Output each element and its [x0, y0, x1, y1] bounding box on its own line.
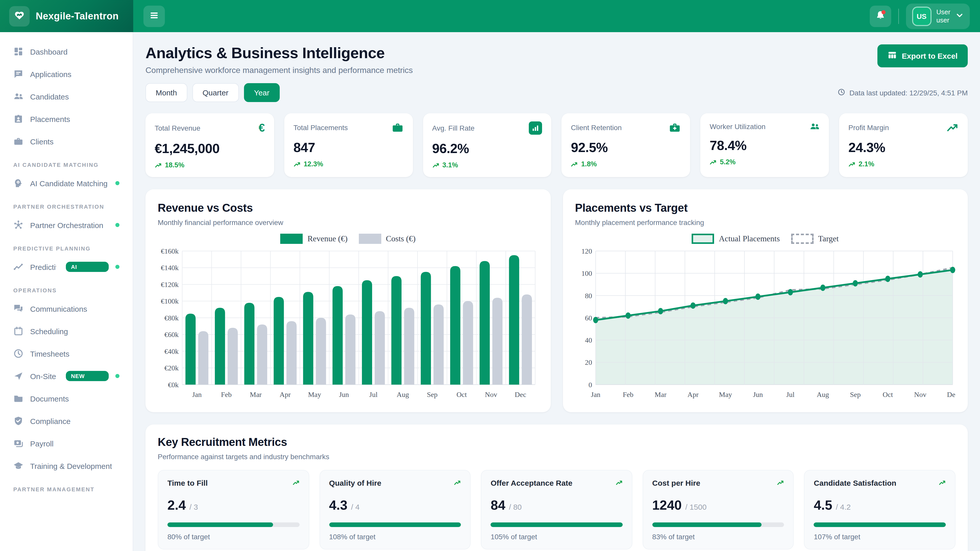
trend-up-icon [777, 479, 784, 486]
send-icon [13, 371, 24, 381]
sidebar-item-label: Payroll [30, 439, 54, 448]
trend-up-icon [616, 479, 623, 486]
notifications-button[interactable] [870, 5, 891, 27]
kpi-trend: 3.1% [432, 161, 542, 169]
shield-check-icon [13, 416, 24, 426]
progress-bar [490, 522, 622, 527]
metric-target: / 4.2 [836, 503, 851, 511]
filter-button-quarter[interactable]: Quarter [192, 83, 239, 102]
kpi-trend: 18.5% [155, 161, 265, 169]
sidebar-item-compliance[interactable]: Compliance [6, 411, 127, 431]
metric-card-time-to-fill: Time to Fill2.4/ 380% of target [158, 470, 309, 549]
svg-text:Oct: Oct [882, 391, 893, 399]
svg-text:€100k: €100k [161, 297, 179, 305]
kpi-row: Total Revenue€€1,245,00018.5%Total Place… [145, 113, 968, 177]
status-dot [115, 374, 119, 378]
kpi-label: Avg. Fill Rate [432, 124, 474, 132]
sidebar-item-payroll[interactable]: Payroll [6, 433, 127, 454]
user-menu[interactable]: US Useruser [906, 3, 970, 29]
sidebar-section-partner-management: PARTNER MANAGEMENT [0, 478, 133, 495]
metric-percent-label: 83% of target [652, 533, 784, 541]
kpi-card-avg-fill-rate: Avg. Fill Rate96.2%3.1% [423, 113, 552, 177]
sidebar-item-label: Training & Development [30, 462, 112, 470]
metric-label: Cost per Hire [652, 478, 700, 487]
sidebar-section-predictive-planning: PREDICTIVE PLANNING [0, 237, 133, 254]
kpi-card-worker-utilization: Worker Utilization78.4%5.2% [700, 113, 829, 177]
folder-icon [13, 393, 24, 403]
dashboard-icon [13, 46, 24, 57]
status-dot [115, 181, 119, 185]
metric-value: 84 [490, 497, 505, 513]
sidebar-item-on-site-ma[interactable]: On-Site MaNEW [6, 366, 127, 386]
sidebar-item-label: Partner Orchestration [30, 221, 103, 229]
clock-icon [838, 88, 845, 97]
metric-card-candidate-satisfaction: Candidate Satisfaction4.5/ 4.2107% of ta… [804, 470, 956, 549]
sidebar-item-label: Dashboard [30, 47, 68, 56]
sidebar-item-documents[interactable]: Documents [6, 388, 127, 409]
sidebar-item-scheduling[interactable]: Scheduling [6, 321, 127, 341]
period-filter: MonthQuarterYear Data last updated: 12/2… [145, 83, 968, 102]
sidebar-item-ai-candidate-matching[interactable]: AI Candidate Matching [6, 173, 127, 193]
top-header: Nexgile-Talentron US User [0, 0, 980, 32]
trend-line-icon [13, 262, 24, 272]
topbar-main: US Useruser [133, 0, 980, 32]
chat-multi-icon [13, 303, 24, 314]
svg-text:Dec: Dec [515, 391, 526, 399]
payroll-icon [13, 438, 24, 448]
calendar-icon [13, 326, 24, 336]
svg-text:€20k: €20k [164, 364, 179, 372]
kpi-value: 24.3% [848, 140, 959, 156]
trend-up-icon [293, 160, 301, 168]
status-dot [115, 265, 119, 269]
sidebar-item-partner-orchestration[interactable]: Partner Orchestration [6, 215, 127, 235]
sidebar-section-operations: OPERATIONS [0, 279, 133, 297]
sidebar-item-clients[interactable]: Clients [6, 131, 127, 151]
svg-text:Jan: Jan [590, 391, 600, 399]
grad-cap-icon [13, 461, 24, 471]
svg-text:Jan: Jan [192, 391, 202, 399]
trend-up-icon [939, 479, 946, 486]
kpi-value: 78.4% [710, 138, 820, 154]
filter-button-year[interactable]: Year [244, 83, 280, 102]
briefcase-solid-icon [391, 121, 404, 134]
export-to-excel-button[interactable]: Export to Excel [877, 44, 968, 67]
sidebar-section-partner-orchestration: PARTNER ORCHESTRATION [0, 195, 133, 213]
hamburger-icon [149, 10, 159, 22]
svg-text:Aug: Aug [816, 391, 829, 399]
sidebar-item-predictive-i[interactable]: Predictive IAI [6, 257, 127, 277]
metric-card-quality-of-hire: Quality of Hire4.3/ 4108% of target [319, 470, 471, 549]
line-chart-legend: Actual PlacementsTarget [575, 233, 956, 244]
sidebar-item-timesheets[interactable]: Timesheets [6, 343, 127, 364]
kpi-card-profit-margin: Profit Margin24.3%2.1% [839, 113, 968, 177]
legend-item: Costs (€) [359, 233, 415, 244]
page-title: Analytics & Business Intelligence [145, 44, 413, 62]
metric-label: Time to Fill [167, 478, 208, 487]
sidebar-item-candidates[interactable]: Candidates [6, 86, 127, 106]
svg-text:€120k: €120k [161, 281, 179, 289]
sidebar-item-training-development[interactable]: Training & Development [6, 456, 127, 476]
bar-chart-legend: Revenue (€)Costs (€) [158, 233, 538, 244]
sidebar-item-label: Candidates [30, 92, 69, 101]
svg-text:Mar: Mar [654, 391, 667, 399]
metric-label: Quality of Hire [329, 478, 381, 487]
sidebar-item-communications[interactable]: Communications [6, 299, 127, 319]
trend-up-icon [848, 160, 856, 168]
line-chart: 020406080100120JanFebMarAprMayJunJulAugS… [575, 247, 956, 400]
chart-subtitle: Monthly financial performance overview [158, 218, 538, 227]
sidebar-item-placements[interactable]: Placements [6, 109, 127, 129]
menu-toggle-button[interactable] [143, 5, 165, 27]
sidebar-item-applications[interactable]: Applications [6, 64, 127, 84]
sidebar-item-label: Communications [30, 304, 87, 313]
filter-button-month[interactable]: Month [145, 83, 187, 102]
trend-up-icon [432, 162, 439, 168]
sidebar-item-label: Scheduling [30, 327, 68, 335]
progress-bar [652, 522, 784, 527]
svg-text:Feb: Feb [221, 391, 232, 399]
sidebar-item-label: Placements [30, 114, 70, 123]
sidebar-section-ai-candidate-matching: AI CANDIDATE MATCHING [0, 154, 133, 171]
metric-percent-label: 105% of target [490, 533, 622, 541]
hub-icon [13, 220, 24, 230]
sidebar-item-dashboard[interactable]: Dashboard [6, 41, 127, 62]
sidebar-item-label: Applications [30, 70, 72, 78]
message-icon [13, 69, 24, 79]
